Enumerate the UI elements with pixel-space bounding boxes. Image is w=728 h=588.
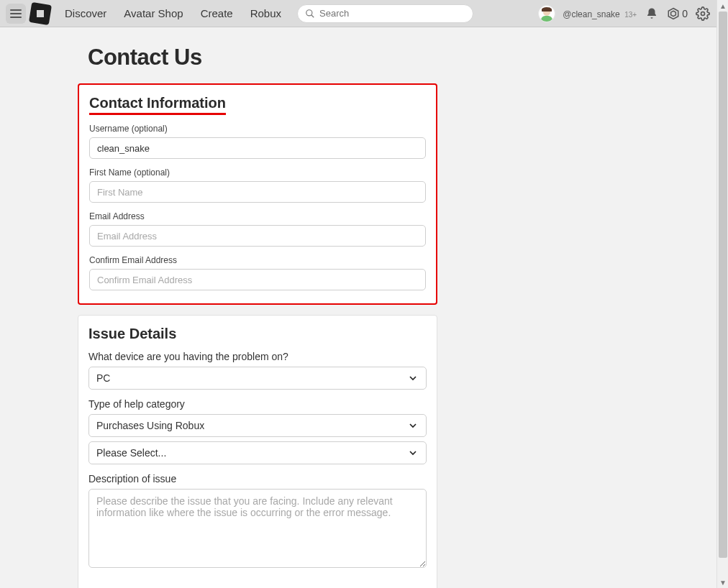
age-badge: 13+ xyxy=(624,11,637,19)
notifications-button[interactable] xyxy=(644,6,660,22)
user-handle: @clean_snake xyxy=(563,9,620,19)
first-name-input[interactable] xyxy=(89,181,426,203)
scrollbar-thumb[interactable] xyxy=(719,12,727,558)
description-textarea[interactable] xyxy=(88,489,427,568)
nav-robux[interactable]: Robux xyxy=(250,7,281,19)
chevron-down-icon xyxy=(407,420,419,431)
page-title: Contact Us xyxy=(88,45,624,70)
robux-icon xyxy=(667,7,680,20)
svg-line-1 xyxy=(311,14,314,17)
issue-details-heading: Issue Details xyxy=(88,326,427,342)
category-select-value: Purchases Using Robux xyxy=(96,420,204,431)
scrollbar-up-icon[interactable]: ▲ xyxy=(717,0,728,12)
device-select[interactable]: PC xyxy=(88,367,427,390)
svg-point-0 xyxy=(306,9,312,15)
email-label: Email Address xyxy=(89,211,426,221)
subcategory-select-value: Please Select... xyxy=(96,447,166,459)
issue-details-card: Issue Details What device are you having… xyxy=(78,315,437,588)
username-label: Username (optional) xyxy=(89,124,426,134)
page-content: Contact Us Contact Information Username … xyxy=(0,27,716,588)
confirm-email-input[interactable] xyxy=(89,269,426,290)
subcategory-select[interactable]: Please Select... xyxy=(88,441,427,464)
user-row[interactable]: @clean_snake 13+ xyxy=(563,7,637,20)
contact-info-heading: Contact Information xyxy=(89,95,226,115)
bell-icon xyxy=(645,7,658,20)
scrollbar[interactable]: ▲ ▼ xyxy=(716,0,728,588)
search-box[interactable] xyxy=(297,4,473,23)
scrollbar-down-icon[interactable]: ▼ xyxy=(717,576,728,588)
confirm-email-label: Confirm Email Address xyxy=(89,255,426,265)
svg-marker-3 xyxy=(671,11,676,17)
nav-links: Discover Avatar Shop Create Robux xyxy=(65,7,281,19)
username-input[interactable] xyxy=(89,137,426,159)
svg-marker-2 xyxy=(668,8,678,19)
nav-create[interactable]: Create xyxy=(201,7,233,19)
settings-button[interactable] xyxy=(695,6,711,22)
gear-icon xyxy=(696,6,710,21)
nav-discover[interactable]: Discover xyxy=(65,7,106,19)
chevron-down-icon xyxy=(407,372,419,384)
chevron-down-icon xyxy=(407,447,419,459)
search-input[interactable] xyxy=(319,8,465,19)
search-icon xyxy=(305,9,315,19)
robux-count: 0 xyxy=(682,8,688,19)
avatar[interactable] xyxy=(538,5,555,22)
robux-balance[interactable]: 0 xyxy=(667,7,688,20)
roblox-logo[interactable] xyxy=(29,1,52,24)
topbar-right: @clean_snake 13+ 0 xyxy=(538,5,711,22)
topbar: Discover Avatar Shop Create Robux @clean… xyxy=(0,0,716,27)
device-select-value: PC xyxy=(96,372,110,384)
description-label: Description of issue xyxy=(88,473,427,484)
hamburger-icon xyxy=(10,9,22,18)
nav-avatar-shop[interactable]: Avatar Shop xyxy=(124,7,183,19)
device-label: What device are you having the problem o… xyxy=(88,351,427,362)
svg-point-4 xyxy=(701,12,705,15)
first-name-label: First Name (optional) xyxy=(89,167,426,178)
menu-button[interactable] xyxy=(6,4,26,24)
contact-info-card: Contact Information Username (optional) … xyxy=(78,83,437,305)
category-label: Type of help category xyxy=(88,398,427,410)
category-select[interactable]: Purchases Using Robux xyxy=(88,414,427,437)
email-input[interactable] xyxy=(89,225,426,247)
